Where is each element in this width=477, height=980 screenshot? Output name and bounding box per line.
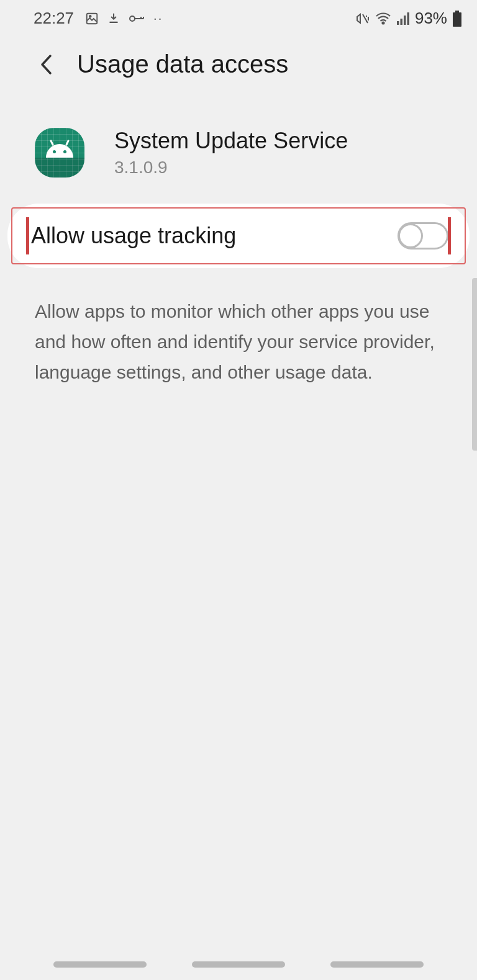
nav-recents[interactable] xyxy=(53,961,147,968)
chevron-left-icon xyxy=(39,53,53,76)
android-icon xyxy=(46,144,73,161)
nav-home[interactable] xyxy=(192,961,285,968)
svg-rect-4 xyxy=(397,21,399,25)
toggle-label: Allow usage tracking xyxy=(31,223,236,249)
description-text: Allow apps to monitor which other apps y… xyxy=(0,268,477,388)
app-icon xyxy=(35,128,84,178)
header: Usage data access xyxy=(0,34,477,91)
svg-rect-9 xyxy=(453,12,461,27)
wifi-icon xyxy=(375,12,391,25)
vpn-key-icon xyxy=(129,14,145,24)
nav-back[interactable] xyxy=(330,961,424,968)
svg-point-3 xyxy=(382,22,384,24)
app-version: 3.1.0.9 xyxy=(114,158,348,178)
navigation-bar xyxy=(0,961,477,968)
svg-rect-5 xyxy=(400,19,402,25)
status-bar: 22:27 ·· 93% xyxy=(0,0,477,34)
battery-percentage: 93% xyxy=(415,9,447,28)
status-left: 22:27 ·· xyxy=(34,9,163,28)
back-button[interactable] xyxy=(32,51,60,78)
svg-rect-7 xyxy=(407,12,409,25)
app-info-row: System Update Service 3.1.0.9 xyxy=(0,91,477,196)
svg-rect-6 xyxy=(404,16,406,25)
status-time: 22:27 xyxy=(34,9,74,28)
signal-icon xyxy=(396,12,410,25)
svg-rect-8 xyxy=(455,11,459,12)
switch-thumb xyxy=(398,223,423,248)
toggle-switch[interactable] xyxy=(398,222,448,249)
scrollbar-thumb[interactable] xyxy=(472,278,477,451)
status-right: 93% xyxy=(355,9,462,28)
svg-point-1 xyxy=(89,15,91,17)
more-icon: ·· xyxy=(153,11,163,25)
vibrate-mute-icon xyxy=(355,12,370,25)
svg-point-2 xyxy=(130,16,135,21)
app-name: System Update Service xyxy=(114,128,348,154)
toggle-highlight: Allow usage tracking xyxy=(11,207,466,264)
download-icon xyxy=(107,12,120,25)
toggle-card[interactable]: Allow usage tracking xyxy=(7,204,470,268)
page-title: Usage data access xyxy=(77,50,288,78)
image-icon xyxy=(85,12,99,25)
battery-icon xyxy=(452,11,462,27)
